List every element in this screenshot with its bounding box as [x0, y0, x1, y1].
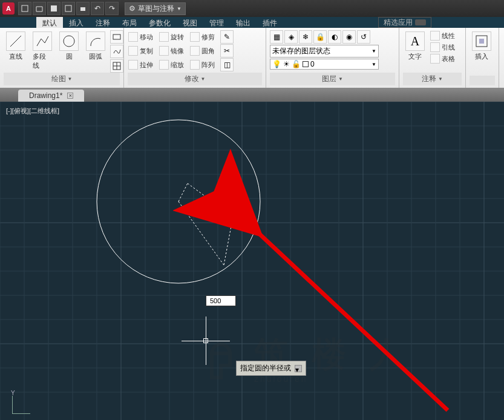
chevron-down-icon: ▼	[177, 6, 182, 11]
svg-line-48	[178, 183, 188, 202]
document-tab-label: Drawing1*	[29, 91, 62, 100]
svg-point-5	[64, 36, 74, 47]
dropdown-icon[interactable]: ▾	[295, 365, 302, 372]
copy-button[interactable]: 复制	[128, 44, 154, 57]
redo-icon[interactable]: ↷	[105, 2, 119, 15]
text-button[interactable]: A文字	[403, 30, 427, 62]
svg-rect-11	[479, 39, 484, 44]
svg-line-50	[224, 217, 233, 265]
table-button[interactable]: 表格	[430, 53, 456, 64]
panel-block-title	[470, 76, 495, 85]
tab-parametric[interactable]: 参数化	[143, 17, 177, 28]
svg-rect-6	[113, 34, 120, 39]
offset-icon[interactable]: ◫	[220, 58, 234, 71]
panel-annotate-title[interactable]: 注释▼	[403, 73, 462, 85]
hatch-icon[interactable]	[110, 59, 123, 73]
leader-button[interactable]: 引线	[430, 42, 456, 53]
svg-rect-1	[51, 5, 57, 11]
layer-current-selector[interactable]: 💡 ☀ 🔓 0 ▼	[270, 59, 379, 70]
panel-annotate: A文字 线性 引线 表格 注释▼	[399, 28, 466, 88]
featured-apps[interactable]: 精选应用	[378, 17, 431, 28]
title-bar: A ↶ ↷ ⚙ 草图与注释 ▼	[0, 0, 504, 17]
new-icon[interactable]	[18, 2, 31, 15]
linear-dim-button[interactable]: 线性	[430, 30, 456, 41]
command-prompt-tooltip: 指定圆的半径或 ▾	[236, 361, 306, 376]
layer-prev-icon[interactable]: ↺	[357, 30, 370, 44]
fillet-button[interactable]: 圆角	[189, 44, 215, 57]
drawing-canvas[interactable]: [-][俯视][二维线框] 筑 楼 人zhulouren 指定圆的半径或 ▾ Y	[0, 102, 504, 420]
ucs-y-label: Y	[11, 390, 15, 396]
mirror-button[interactable]: 镜像	[159, 44, 185, 57]
gear-icon: ⚙	[129, 4, 136, 13]
svg-rect-3	[80, 7, 85, 11]
tab-output[interactable]: 输出	[230, 17, 257, 28]
insert-button[interactable]: 插入	[470, 30, 494, 62]
layer-state-selector[interactable]: 未保存的图层状态▼	[270, 45, 379, 57]
erase-icon[interactable]: ✎	[220, 30, 234, 44]
plot-icon[interactable]	[76, 2, 90, 15]
polyline-button[interactable]: 多段线	[30, 30, 54, 71]
spline-icon[interactable]	[110, 45, 123, 58]
circle-button[interactable]: 圆	[57, 30, 81, 62]
quick-access-toolbar: ↶ ↷	[18, 2, 119, 15]
tab-manage[interactable]: 管理	[203, 17, 230, 28]
svg-rect-0	[22, 5, 28, 11]
panel-layer-title[interactable]: 图层▼	[270, 73, 395, 85]
svg-line-47	[178, 202, 224, 265]
layer-iso-icon[interactable]: ◈	[284, 30, 298, 44]
app-icon[interactable]: A	[2, 2, 15, 15]
layer-lock-icon[interactable]: 🔒	[313, 30, 327, 44]
panel-draw: 直线 多段线 圆 圆弧 绘图▼	[0, 28, 124, 88]
layer-freeze-icon[interactable]: ❄	[299, 30, 312, 44]
panel-modify: 移动 旋转 修剪 ✎ 复制 镜像 圆角 ✂ 拉伸 缩放 阵列 ◫ 修改▼	[124, 28, 266, 88]
explode-icon[interactable]: ✂	[220, 44, 234, 57]
layer-prop-icon[interactable]: ▦	[270, 30, 283, 44]
scale-button[interactable]: 缩放	[159, 58, 185, 71]
panel-modify-title[interactable]: 修改▼	[128, 73, 262, 85]
save-icon[interactable]	[47, 2, 61, 15]
workspace-selector[interactable]: ⚙ 草图与注释 ▼	[125, 2, 186, 15]
svg-line-4	[10, 36, 21, 47]
toggle-icon	[415, 19, 426, 25]
tab-plugin[interactable]: 插件	[257, 17, 283, 28]
color-swatch	[303, 61, 309, 67]
tab-default[interactable]: 默认	[36, 17, 63, 28]
ribbon-tabs: 默认 插入 注释 布局 参数化 视图 管理 输出 插件 精选应用	[0, 17, 504, 28]
svg-rect-2	[65, 5, 71, 11]
array-button[interactable]: 阵列	[189, 58, 215, 71]
close-icon[interactable]: ×	[67, 93, 73, 99]
panel-draw-title[interactable]: 绘图▼	[4, 73, 120, 85]
ribbon: 直线 多段线 圆 圆弧 绘图▼ 移动 旋转 修剪 ✎ 复制 镜像 圆角	[0, 28, 504, 88]
sun-icon: ☀	[283, 60, 290, 68]
arc-button[interactable]: 圆弧	[83, 30, 108, 62]
tab-insert[interactable]: 插入	[63, 17, 90, 28]
rotate-button[interactable]: 旋转	[159, 30, 185, 44]
bulb-icon: 💡	[272, 60, 281, 68]
document-tab[interactable]: Drawing1* ×	[18, 90, 84, 102]
tab-annotate[interactable]: 注释	[90, 17, 116, 28]
line-button[interactable]: 直线	[4, 30, 28, 62]
panel-layer: ▦ ◈ ❄ 🔒 ◐ ◉ ↺ 未保存的图层状态▼ 💡 ☀ 🔓 0 ▼ 图层▼	[266, 28, 399, 88]
undo-icon[interactable]: ↶	[91, 2, 104, 15]
move-button[interactable]: 移动	[128, 30, 154, 44]
dynamic-input[interactable]	[206, 295, 236, 306]
open-icon[interactable]	[33, 2, 46, 15]
trim-button[interactable]: 修剪	[189, 30, 215, 44]
layer-match-icon[interactable]: ◉	[342, 30, 356, 44]
tab-view[interactable]: 视图	[177, 17, 203, 28]
prompt-text: 指定圆的半径或	[240, 363, 291, 373]
workspace-label: 草图与注释	[138, 4, 174, 14]
layer-off-icon[interactable]: ◐	[328, 30, 341, 44]
svg-line-49	[188, 183, 233, 217]
rect-icon[interactable]	[110, 30, 123, 44]
lock-icon: 🔓	[292, 60, 301, 68]
stretch-button[interactable]: 拉伸	[128, 58, 154, 71]
saveas-icon[interactable]	[62, 2, 75, 15]
tab-layout[interactable]: 布局	[116, 17, 143, 28]
document-tab-strip: Drawing1* ×	[0, 88, 504, 102]
panel-block: 插入	[466, 28, 499, 88]
